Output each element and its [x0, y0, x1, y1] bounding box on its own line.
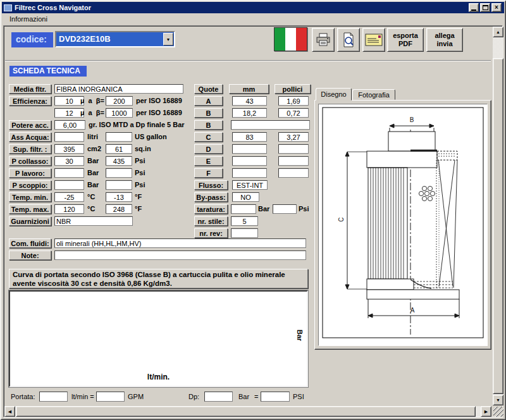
scroll-left-button[interactable]: ◀ — [4, 406, 15, 417]
style-number-input[interactable] — [231, 216, 258, 226]
collapse-pressure-label: P collasso: — [9, 156, 51, 166]
maximize-icon — [483, 5, 488, 10]
menu-item-informazioni[interactable]: Informazioni — [6, 15, 51, 23]
quote-b2-wide-input[interactable] — [231, 120, 310, 130]
codice-combobox[interactable]: DVD232E10B ▼ — [55, 31, 175, 47]
maximize-button[interactable] — [480, 3, 490, 12]
collapse-bar-input[interactable] — [54, 156, 84, 166]
dim-label-c: C — [338, 217, 345, 221]
quote-e-mm-input[interactable] — [232, 156, 267, 166]
working-psi-input[interactable] — [106, 168, 132, 178]
resize-grip[interactable] — [493, 407, 503, 417]
vertical-scroll-thumb[interactable] — [493, 58, 503, 394]
equals-label: = — [254, 392, 258, 402]
collapse-psi-input[interactable] — [106, 156, 132, 166]
dp-input[interactable] — [204, 392, 233, 402]
quote-a-mm-input[interactable] — [232, 96, 267, 106]
efficiency-beta-1-input[interactable] — [106, 96, 133, 106]
temp-min-f-input[interactable] — [106, 192, 132, 202]
revision-number-input[interactable] — [231, 228, 258, 238]
water-gallons-input[interactable] — [106, 132, 132, 142]
quote-row-d-label: D — [194, 144, 223, 154]
collapse-bar-unit: Bar — [87, 156, 99, 166]
quote-c-mm-input[interactable] — [232, 132, 267, 142]
dirt-capacity-input[interactable] — [54, 120, 85, 130]
app-window: Filtrec Cross Navigator × Informazioni c… — [0, 0, 506, 420]
print-button[interactable] — [312, 28, 335, 52]
filter-area-cm2-input[interactable] — [54, 144, 84, 154]
temp-max-f-unit: °F — [135, 204, 142, 214]
horizontal-scrollbar[interactable]: ◀ ▶ — [4, 406, 491, 417]
quote-e-pollici-input[interactable] — [278, 156, 309, 166]
quote-header: Quote — [194, 84, 223, 94]
note-input[interactable] — [54, 250, 306, 260]
tab-disegno[interactable]: Disegno — [316, 88, 352, 101]
close-button[interactable]: × — [491, 3, 502, 12]
section-title: SCHEDA TECNICA — [9, 66, 87, 77]
pollici-header: pollici — [275, 84, 311, 94]
quote-f-mm-input[interactable] — [232, 168, 267, 178]
export-pdf-button[interactable]: esporta PDF — [387, 28, 424, 52]
dirt-capacity-unit: gr. ISO MTD a Dp finale 5 Bar — [89, 120, 185, 130]
temp-max-f-input[interactable] — [106, 204, 132, 214]
scroll-up-button[interactable]: ▲ — [493, 27, 503, 37]
filter-area-sqin-input[interactable] — [106, 144, 132, 154]
quote-f-pollici-input[interactable] — [278, 168, 309, 178]
quote-c-pollici-input[interactable] — [278, 132, 309, 142]
working-bar-input[interactable] — [54, 168, 84, 178]
temp-min-label: Temp. min. — [9, 192, 51, 202]
quote-b-mm-input[interactable] — [232, 108, 267, 118]
curve-title: Curva di portata secondo ISO 3968 (Class… — [9, 269, 308, 288]
attach-send-label-line2: invia — [436, 40, 452, 48]
email-button[interactable] — [362, 28, 385, 52]
efficiency-beta-symbol-2: µ a β= — [80, 108, 105, 118]
temp-min-c-input[interactable] — [54, 192, 84, 202]
gpm-label: GPM — [128, 392, 144, 402]
tab-fotografia[interactable]: Fotografia — [352, 89, 395, 100]
italy-flag-icon — [274, 27, 307, 51]
minimize-button[interactable] — [469, 3, 479, 12]
quote-row-a-label: A — [194, 96, 223, 106]
portata-input[interactable] — [39, 392, 68, 402]
codice-label: codice: — [11, 32, 53, 47]
filter-area-label: Sup. filtr. : — [9, 144, 51, 154]
quote-row-f-label: F — [194, 168, 223, 178]
quote-b-pollici-input[interactable] — [278, 108, 309, 118]
flow-direction-input[interactable] — [232, 180, 268, 190]
efficiency-beta-2-input[interactable] — [106, 108, 133, 118]
codice-dropdown-button[interactable]: ▼ — [163, 33, 173, 46]
printer-icon — [316, 33, 331, 47]
scroll-down-button[interactable]: ▼ — [493, 395, 503, 405]
taratura-psi-input[interactable] — [273, 204, 297, 214]
compatible-fluids-input[interactable] — [54, 238, 306, 248]
media-filter-input[interactable] — [54, 84, 183, 94]
burst-bar-unit: Bar — [87, 180, 99, 190]
quote-a-pollici-input[interactable] — [278, 96, 309, 106]
psi-input[interactable] — [261, 392, 290, 402]
taratura-bar-input[interactable] — [231, 204, 256, 214]
gpm-input[interactable] — [96, 392, 125, 402]
scroll-right-button[interactable]: ▶ — [481, 406, 491, 417]
preview-button[interactable] — [337, 28, 360, 52]
burst-bar-input[interactable] — [54, 180, 84, 190]
titlebar[interactable]: Filtrec Cross Navigator × — [2, 2, 504, 13]
seals-input[interactable] — [54, 216, 133, 226]
burst-psi-input[interactable] — [106, 180, 132, 190]
horizontal-scroll-thumb[interactable] — [16, 406, 476, 417]
burst-pressure-label: P scoppio: — [9, 180, 51, 190]
temp-max-c-input[interactable] — [54, 204, 84, 214]
water-liters-input[interactable] — [54, 132, 84, 142]
print-preview-icon — [341, 32, 356, 47]
scroll-right-icon: ▶ — [484, 409, 488, 414]
compatible-fluids-label: Com. fluidi: — [9, 238, 51, 248]
water-liters-unit: litri — [87, 132, 98, 142]
bypass-input[interactable] — [232, 192, 259, 202]
quote-d-pollici-input[interactable] — [278, 144, 309, 154]
vertical-scrollbar[interactable]: ▲ ▼ — [493, 27, 503, 405]
quote-row-e-label: E — [194, 156, 223, 166]
attach-send-button[interactable]: allega invia — [426, 28, 463, 52]
chart-y-axis-label: Bar — [296, 330, 304, 341]
menubar: Informazioni — [2, 13, 504, 25]
temp-min-f-unit: °F — [135, 192, 142, 202]
quote-d-mm-input[interactable] — [232, 144, 267, 154]
